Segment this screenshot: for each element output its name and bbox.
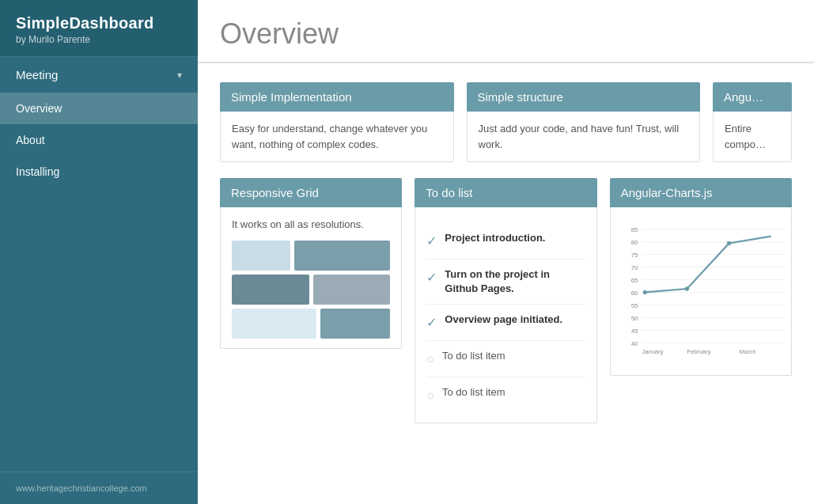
svg-text:55: 55	[630, 302, 638, 309]
check-icon: ✓	[426, 232, 437, 251]
grid-row-1	[232, 241, 390, 271]
todo-text: Project introduction.	[445, 231, 545, 245]
main-content: Overview Simple Implementation Easy for …	[198, 0, 814, 504]
card-header-simple-structure: Simple structure	[467, 82, 701, 112]
card-body-simple-implementation: Easy for understand, change whatever you…	[220, 112, 454, 162]
todo-item-3: ○ To do list item	[426, 341, 585, 377]
card-body-responsive-grid: It works on all as resolutions.	[220, 207, 402, 349]
page-title: Overview	[220, 17, 792, 51]
check-icon-empty: ○	[426, 386, 434, 405]
app-subtitle: by Murilo Parente	[16, 34, 182, 45]
card-body-angularjs: Entire compo…	[713, 112, 792, 162]
card-body-simple-structure: Just add your code, and have fun! Trust,…	[467, 112, 701, 162]
card-header-angularjs: Angu…	[713, 82, 792, 112]
sidebar-group-label: Meeting	[16, 68, 58, 81]
card-body-angular-charts: 85 80 75 70 65 60 55 50 45 40	[610, 207, 792, 376]
sidebar-item-installing[interactable]: Installing	[0, 156, 198, 188]
todo-item-1: ✓ Turn on the project in Github Pages.	[426, 260, 585, 305]
card-simple-structure: Simple structure Just add your code, and…	[467, 82, 701, 162]
card-responsive-grid: Responsive Grid It works on all as resol…	[220, 178, 402, 423]
check-icon: ✓	[426, 313, 437, 332]
card-angular-charts: Angular-Charts.js 85 80 75 70 65 60 55 5…	[610, 178, 792, 423]
check-icon-empty: ○	[426, 350, 434, 369]
card-angularjs: Angu… Entire compo…	[713, 82, 792, 162]
page-header: Overview	[198, 0, 814, 63]
svg-text:80: 80	[630, 239, 638, 246]
svg-text:45: 45	[630, 328, 638, 335]
line-chart: 85 80 75 70 65 60 55 50 45 40	[617, 214, 785, 364]
card-simple-implementation: Simple Implementation Easy for understan…	[220, 82, 454, 162]
svg-point-21	[684, 286, 688, 290]
card-body-todo-list: ✓ Project introduction. ✓ Turn on the pr…	[415, 207, 596, 423]
card-header-angular-charts: Angular-Charts.js	[610, 178, 792, 207]
svg-text:60: 60	[630, 290, 638, 297]
chevron-down-icon: ▾	[177, 70, 182, 81]
todo-text: Turn on the project in Github Pages.	[445, 267, 585, 296]
sidebar-group-meeting[interactable]: Meeting ▾	[0, 56, 198, 93]
grid-row-3	[232, 309, 390, 339]
grid-cell	[313, 275, 391, 305]
svg-text:50: 50	[630, 315, 638, 322]
card-todo-list: To do list ✓ Project introduction. ✓ Tur…	[415, 178, 596, 423]
todo-list: ✓ Project introduction. ✓ Turn on the pr…	[426, 223, 585, 413]
svg-text:40: 40	[630, 340, 638, 347]
svg-text:70: 70	[630, 264, 638, 271]
svg-text:65: 65	[630, 277, 638, 284]
card-header-todo-list: To do list	[415, 178, 596, 207]
svg-point-22	[727, 241, 731, 245]
svg-text:85: 85	[630, 226, 638, 233]
grid-cell	[320, 309, 390, 339]
card-header-simple-implementation: Simple Implementation	[220, 82, 454, 112]
sidebar: SimpleDashboard by Murilo Parente Meetin…	[0, 0, 198, 504]
app-title: SimpleDashboard	[16, 14, 182, 32]
grid-row-2	[232, 275, 390, 305]
sidebar-header: SimpleDashboard by Murilo Parente	[0, 0, 198, 56]
grid-visual	[232, 241, 390, 339]
card-row-1: Simple Implementation Easy for understan…	[220, 82, 792, 162]
todo-item-4: ○ To do list item	[426, 377, 585, 413]
svg-text:January: January	[642, 348, 664, 355]
todo-text: Overview page initiated.	[445, 313, 562, 327]
grid-cell	[294, 241, 390, 271]
svg-text:February: February	[687, 348, 710, 355]
todo-text: To do list item	[442, 349, 505, 363]
card-header-responsive-grid: Responsive Grid	[220, 178, 402, 207]
svg-point-20	[642, 290, 646, 294]
sidebar-item-overview[interactable]: Overview	[0, 93, 198, 124]
todo-item-0: ✓ Project introduction.	[426, 223, 585, 260]
check-icon: ✓	[426, 268, 437, 287]
todo-item-2: ✓ Overview page initiated.	[426, 305, 585, 341]
todo-text: To do list item	[442, 385, 505, 400]
svg-text:March: March	[739, 348, 755, 355]
grid-cell	[232, 241, 290, 271]
sidebar-footer: www.heritagechristiancollege.com	[0, 472, 198, 504]
svg-text:75: 75	[630, 252, 638, 259]
content-area: Simple Implementation Easy for understan…	[198, 63, 814, 504]
grid-cell	[232, 309, 316, 339]
sidebar-item-about[interactable]: About	[0, 124, 198, 156]
sidebar-nav: Meeting ▾ Overview About Installing	[0, 56, 198, 472]
card-row-2: Responsive Grid It works on all as resol…	[220, 178, 792, 423]
grid-cell	[232, 275, 309, 305]
